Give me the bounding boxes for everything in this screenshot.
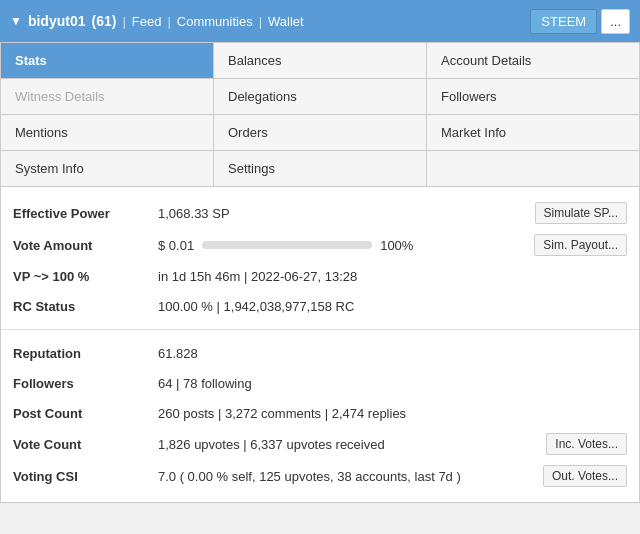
- rc-status-value: 100.00 % | 1,942,038,977,158 RC: [158, 299, 627, 314]
- followers-label: Followers: [13, 376, 158, 391]
- nav-delegations[interactable]: Delegations: [214, 79, 427, 115]
- username[interactable]: bidyut01: [28, 13, 86, 29]
- vp-label: VP ~> 100 %: [13, 269, 158, 284]
- voting-csi-row: Voting CSI 7.0 ( 0.00 % self, 125 upvote…: [1, 460, 639, 492]
- nav-mentions[interactable]: Mentions: [1, 115, 214, 151]
- top-bar-right: STEEM ...: [530, 9, 630, 34]
- post-count-value: 260 posts | 3,272 comments | 2,474 repli…: [158, 406, 627, 421]
- rc-status-row: RC Status 100.00 % | 1,942,038,977,158 R…: [1, 291, 639, 321]
- vote-count-label: Vote Count: [13, 437, 158, 452]
- nav-system-info[interactable]: System Info: [1, 151, 214, 187]
- nav-stats[interactable]: Stats: [1, 43, 214, 79]
- sep1: |: [122, 14, 125, 29]
- simulate-sp-button[interactable]: Simulate SP...: [535, 202, 627, 224]
- sep2: |: [167, 14, 170, 29]
- out-votes-button[interactable]: Out. Votes...: [543, 465, 627, 487]
- nav-balances[interactable]: Balances: [214, 43, 427, 79]
- vote-pct: 100%: [380, 238, 413, 253]
- vote-amount-row: Vote Amount $ 0.01 100% Sim. Payout...: [1, 229, 639, 261]
- sim-payout-button[interactable]: Sim. Payout...: [534, 234, 627, 256]
- vp-row: VP ~> 100 % in 1d 15h 46m | 2022-06-27, …: [1, 261, 639, 291]
- nav-empty: [427, 151, 640, 187]
- voting-csi-label: Voting CSI: [13, 469, 158, 484]
- nav-settings[interactable]: Settings: [214, 151, 427, 187]
- rc-status-label: RC Status: [13, 299, 158, 314]
- vote-currency: $ 0.01: [158, 238, 194, 253]
- top-bar-left: ▼ bidyut01 (61) | Feed | Communities | W…: [10, 13, 530, 29]
- followers-value: 64 | 78 following: [158, 376, 627, 391]
- effective-power-label: Effective Power: [13, 206, 158, 221]
- more-button[interactable]: ...: [601, 9, 630, 34]
- vote-bar: [202, 241, 372, 249]
- vote-count-row: Vote Count 1,826 upvotes | 6,337 upvotes…: [1, 428, 639, 460]
- top-bar: ▼ bidyut01 (61) | Feed | Communities | W…: [0, 0, 640, 42]
- section-divider-1: [1, 329, 639, 330]
- voting-csi-value: 7.0 ( 0.00 % self, 125 upvotes, 38 accou…: [158, 469, 543, 484]
- effective-power-row: Effective Power 1,068.33 SP Simulate SP.…: [1, 197, 639, 229]
- reputation-label: Reputation: [13, 346, 158, 361]
- vote-amount-label: Vote Amount: [13, 238, 158, 253]
- sep3: |: [259, 14, 262, 29]
- nav-orders[interactable]: Orders: [214, 115, 427, 151]
- reputation-row: Reputation 61.828: [1, 338, 639, 368]
- nav-grid: Stats Balances Account Details Witness D…: [0, 42, 640, 187]
- nav-market-info[interactable]: Market Info: [427, 115, 640, 151]
- stats-content: Effective Power 1,068.33 SP Simulate SP.…: [0, 187, 640, 503]
- followers-row: Followers 64 | 78 following: [1, 368, 639, 398]
- post-count-row: Post Count 260 posts | 3,272 comments | …: [1, 398, 639, 428]
- nav-followers[interactable]: Followers: [427, 79, 640, 115]
- steem-button[interactable]: STEEM: [530, 9, 597, 34]
- reputation-value: 61.828: [158, 346, 627, 361]
- effective-power-value: 1,068.33 SP: [158, 206, 535, 221]
- wallet-link[interactable]: Wallet: [268, 14, 304, 29]
- inc-votes-button[interactable]: Inc. Votes...: [546, 433, 627, 455]
- vote-amount-value: $ 0.01 100%: [158, 238, 534, 253]
- communities-link[interactable]: Communities: [177, 14, 253, 29]
- post-count-label: Post Count: [13, 406, 158, 421]
- simulate-sp-action: Simulate SP...: [535, 202, 627, 224]
- nav-account-details[interactable]: Account Details: [427, 43, 640, 79]
- nav-witness-details: Witness Details: [1, 79, 214, 115]
- vp-value: in 1d 15h 46m | 2022-06-27, 13:28: [158, 269, 627, 284]
- user-level: (61): [91, 13, 116, 29]
- vote-count-value: 1,826 upvotes | 6,337 upvotes received: [158, 437, 546, 452]
- feed-link[interactable]: Feed: [132, 14, 162, 29]
